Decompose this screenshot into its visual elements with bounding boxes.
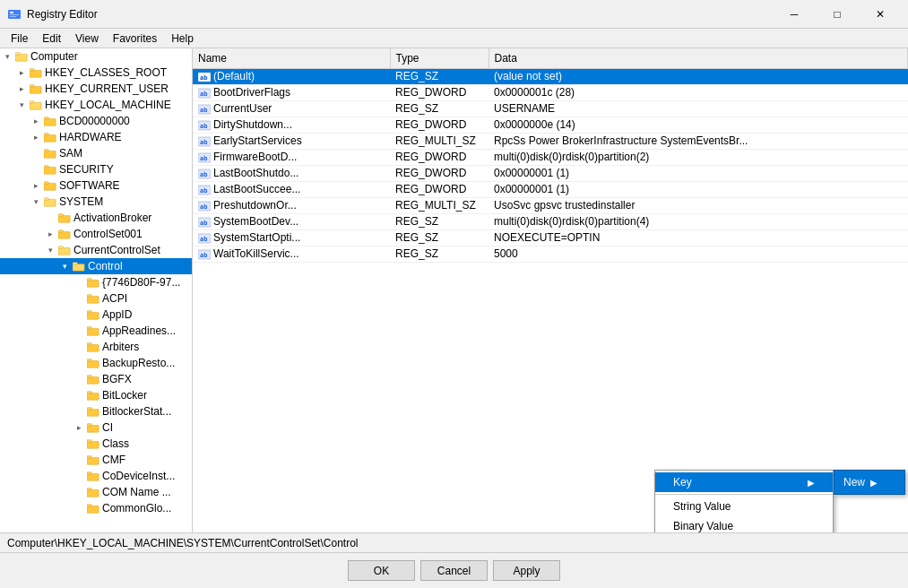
ctx-binary-value[interactable]: Binary Value bbox=[655, 516, 833, 532]
expand-arrow-computer[interactable]: ▾ bbox=[0, 49, 14, 64]
tree-item-arbiters[interactable]: Arbiters bbox=[0, 339, 192, 355]
expand-arrow-hkcu[interactable]: ▸ bbox=[14, 82, 29, 96]
apply-button[interactable]: Apply bbox=[493, 560, 560, 581]
reg-value-icon: ab bbox=[198, 215, 213, 228]
main-container: ▾ Computer▸ HKEY_CLASSES_ROOT▸ HKEY_CURR… bbox=[0, 48, 908, 588]
folder-icon-bgfx bbox=[86, 373, 100, 385]
tree-item-comname[interactable]: COM Name ... bbox=[0, 484, 192, 500]
tree-content[interactable]: ▾ Computer▸ HKEY_CLASSES_ROOT▸ HKEY_CURR… bbox=[0, 48, 192, 532]
tree-item-backuprestore[interactable]: BackupResto... bbox=[0, 355, 192, 371]
table-row[interactable]: ab(Default)REG_SZ(value not set) bbox=[193, 68, 908, 84]
svg-rect-21 bbox=[44, 182, 48, 185]
menu-item-favorites[interactable]: Favorites bbox=[106, 30, 164, 47]
minimize-button[interactable]: ─ bbox=[774, 1, 815, 28]
tree-label-comname: COM Name ... bbox=[102, 486, 171, 498]
content-area: ▾ Computer▸ HKEY_CLASSES_ROOT▸ HKEY_CURR… bbox=[0, 48, 908, 532]
tree-item-commonglo[interactable]: CommonGlo... bbox=[0, 500, 192, 516]
tree-item-software[interactable]: ▸ SOFTWARE bbox=[0, 177, 192, 194]
table-row[interactable]: abWaitToKillServic...REG_SZ5000 bbox=[193, 246, 908, 262]
expand-arrow-system[interactable]: ▾ bbox=[29, 195, 43, 209]
ok-button[interactable]: OK bbox=[348, 560, 415, 581]
cell-type: REG_DWORD bbox=[390, 165, 489, 181]
tree-item-currentcontrolset[interactable]: ▾ CurrentControlSet bbox=[0, 242, 192, 258]
tree-item-cmf[interactable]: CMF bbox=[0, 452, 192, 468]
svg-rect-15 bbox=[44, 134, 48, 136]
tree-item-bcd[interactable]: ▸ BCD00000000 bbox=[0, 113, 192, 129]
cancel-button[interactable]: Cancel bbox=[420, 560, 488, 581]
svg-rect-33 bbox=[87, 279, 91, 281]
svg-rect-18 bbox=[44, 167, 56, 174]
folder-icon-hkcr bbox=[29, 66, 43, 79]
table-row[interactable]: abSystemBootDev...REG_SZmulti(0)disk(0)r… bbox=[193, 213, 908, 229]
window-controls[interactable]: ─ □ ✕ bbox=[774, 1, 901, 28]
context-menu-container: Key ▶ String Value Binary Value DWORD (3… bbox=[654, 470, 905, 532]
expand-arrow-software[interactable]: ▸ bbox=[29, 178, 43, 193]
tree-label-commonglo: CommonGlo... bbox=[102, 502, 171, 514]
expand-arrow-class bbox=[72, 437, 86, 451]
ctx-string-value[interactable]: String Value bbox=[655, 497, 833, 516]
tree-item-security[interactable]: SECURITY bbox=[0, 161, 192, 177]
tree-item-bgfx[interactable]: BGFX bbox=[0, 371, 192, 387]
tree-item-class[interactable]: Class bbox=[0, 436, 192, 452]
tree-item-bitlocker[interactable]: BitLocker bbox=[0, 387, 192, 403]
tree-item-control[interactable]: ▾ Control bbox=[0, 258, 192, 274]
menu-item-view[interactable]: View bbox=[68, 30, 106, 47]
tree-item-appid[interactable]: AppID bbox=[0, 307, 192, 323]
ctx-key-arrow: ▶ bbox=[808, 478, 815, 488]
ctx-key-item[interactable]: Key ▶ bbox=[655, 472, 833, 492]
tree-item-appreadiness[interactable]: AppReadines... bbox=[0, 323, 192, 339]
tree-item-hardware[interactable]: ▸ HARDWARE bbox=[0, 129, 192, 145]
expand-arrow-ci[interactable]: ▸ bbox=[72, 420, 86, 435]
expand-arrow-hkcr[interactable]: ▸ bbox=[14, 65, 29, 80]
tree-label-backuprestore: BackupResto... bbox=[102, 357, 175, 369]
cell-type: REG_SZ bbox=[390, 100, 489, 117]
maximize-button[interactable]: □ bbox=[817, 1, 858, 28]
table-row[interactable]: abSystemStartOpti...REG_SZNOEXECUTE=OPTI… bbox=[193, 229, 908, 246]
cell-data: 5000 bbox=[489, 246, 908, 262]
folder-icon-bitlockerstat bbox=[86, 405, 100, 418]
tree-item-acpi[interactable]: ACPI bbox=[0, 290, 192, 307]
expand-arrow-hklm[interactable]: ▾ bbox=[14, 98, 29, 112]
tree-item-sam[interactable]: SAM bbox=[0, 145, 192, 161]
tree-item-computer[interactable]: ▾ Computer bbox=[0, 48, 192, 65]
tree-label-appreadiness: AppReadines... bbox=[102, 324, 176, 337]
table-row[interactable]: abFirmwareBootD...REG_DWORDmulti(0)disk(… bbox=[193, 149, 908, 165]
tree-item-bitlockerstat[interactable]: BitlockerStat... bbox=[0, 403, 192, 419]
tree-item-hkcr[interactable]: ▸ HKEY_CLASSES_ROOT bbox=[0, 65, 192, 81]
svg-rect-22 bbox=[44, 199, 56, 206]
menu-item-edit[interactable]: Edit bbox=[35, 30, 68, 47]
expand-arrow-controlset001[interactable]: ▸ bbox=[43, 227, 57, 241]
tree-label-bitlockerstat: BitlockerStat... bbox=[102, 405, 171, 418]
table-row[interactable]: abPreshutdownOr...REG_MULTI_SZUsoSvc gps… bbox=[193, 197, 908, 213]
svg-rect-58 bbox=[87, 489, 99, 497]
expand-arrow-currentcontrolset[interactable]: ▾ bbox=[43, 243, 57, 257]
tree-label-hkcr: HKEY_CLASSES_ROOT bbox=[45, 66, 167, 79]
svg-text:ab: ab bbox=[200, 155, 207, 162]
tree-item-activationbroker[interactable]: ActivationBroker bbox=[0, 210, 192, 226]
table-row[interactable]: abLastBootShutdo...REG_DWORD0x00000001 (… bbox=[193, 165, 908, 181]
table-row[interactable]: abCurrentUserREG_SZUSERNAME bbox=[193, 100, 908, 117]
tree-item-hklm[interactable]: ▾ HKEY_LOCAL_MACHINE bbox=[0, 97, 192, 113]
expand-arrow-control[interactable]: ▾ bbox=[57, 259, 72, 273]
expand-arrow-bcd[interactable]: ▸ bbox=[29, 114, 43, 128]
cell-type: REG_DWORD bbox=[390, 181, 489, 197]
tree-item-codeviceinst[interactable]: CoDeviceInst... bbox=[0, 468, 192, 484]
table-row[interactable]: abBootDriverFlagsREG_DWORD0x0000001c (28… bbox=[193, 84, 908, 100]
menu-item-help[interactable]: Help bbox=[164, 30, 201, 47]
status-path: Computer\HKEY_LOCAL_MACHINE\SYSTEM\Curre… bbox=[7, 537, 358, 549]
tree-item-7746d80f[interactable]: {7746D80F-97... bbox=[0, 274, 192, 290]
tree-item-ci[interactable]: ▸ CI bbox=[0, 419, 192, 436]
menu-item-file[interactable]: File bbox=[4, 30, 35, 47]
registry-table-container[interactable]: Name Type Data ab(Default)REG_SZ(value n… bbox=[193, 48, 908, 532]
tree-item-system[interactable]: ▾ SYSTEM bbox=[0, 194, 192, 210]
table-row[interactable]: abLastBootSuccee...REG_DWORD0x00000001 (… bbox=[193, 181, 908, 197]
expand-arrow-appid bbox=[72, 307, 86, 322]
tree-item-controlset001[interactable]: ▸ ControlSet001 bbox=[0, 226, 192, 242]
expand-arrow-hardware[interactable]: ▸ bbox=[29, 130, 43, 144]
folder-icon-bcd bbox=[43, 115, 57, 127]
svg-rect-45 bbox=[87, 376, 91, 378]
table-row[interactable]: abDirtyShutdown...REG_DWORD0x0000000e (1… bbox=[193, 117, 908, 133]
tree-item-hkcu[interactable]: ▸ HKEY_CURRENT_USER bbox=[0, 81, 192, 97]
table-row[interactable]: abEarlyStartServicesREG_MULTI_SZRpcSs Po… bbox=[193, 133, 908, 149]
close-button[interactable]: ✕ bbox=[860, 1, 901, 28]
